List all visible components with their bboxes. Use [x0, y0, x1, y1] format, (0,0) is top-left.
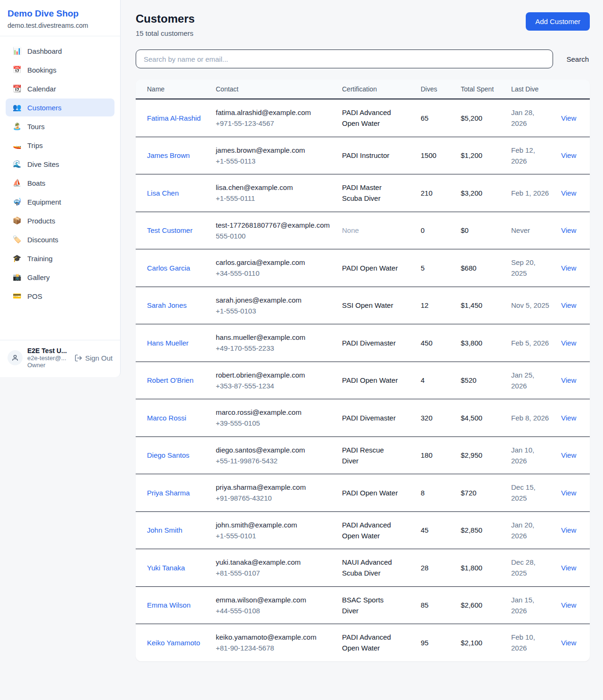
sidebar-item-customers[interactable]: 👥 Customers [6, 99, 114, 116]
customer-name-link[interactable]: Fatima Al-Rashid [147, 114, 201, 122]
view-link[interactable]: View [561, 489, 576, 497]
sign-out-label: Sign Out [85, 354, 113, 362]
customer-certification: BSAC Sports Diver [342, 596, 383, 615]
customer-name-link[interactable]: Lisa Chen [147, 189, 179, 197]
customer-name-link[interactable]: Hans Mueller [147, 339, 188, 347]
view-link[interactable]: View [561, 451, 576, 459]
page-title: Customers [136, 12, 195, 25]
customer-row: Robert O'Brien robert.obrien@example.com… [136, 362, 590, 399]
customer-name-link[interactable]: Yuki Tanaka [147, 564, 185, 572]
wave-icon: 🌊 [12, 160, 22, 168]
customer-phone: +1-555-0101 [216, 530, 331, 541]
sidebar-item-calendar[interactable]: 📆 Calendar [6, 80, 114, 98]
sidebar-item-products[interactable]: 📦 Products [6, 212, 114, 230]
tag-icon: 🏷️ [12, 235, 22, 244]
customers-table-card: Name Contact Certification Dives Total S… [136, 80, 590, 661]
person-icon [11, 354, 19, 362]
sidebar-item-trips[interactable]: 🚤 Trips [6, 136, 114, 154]
sidebar-item-pos[interactable]: 💳 POS [6, 287, 114, 305]
customer-last-dive: Dec 15, 2025 [511, 483, 536, 502]
customer-last-dive: Jan 20, 2026 [511, 521, 534, 540]
customer-row: James Brown james.brown@example.com +1-5… [136, 137, 590, 174]
customer-name-link[interactable]: Keiko Yamamoto [147, 639, 200, 647]
brand-block: Demo Dive Shop demo.test.divestreams.com [0, 0, 120, 36]
customer-dives: 85 [421, 601, 429, 609]
customer-email: fatima.alrashid@example.com [216, 107, 331, 118]
view-link[interactable]: View [561, 376, 576, 384]
customer-email: yuki.tanaka@example.com [216, 557, 331, 568]
customer-certification: SSI Open Water [342, 301, 393, 309]
customer-row: Emma Wilson emma.wilson@example.com +44-… [136, 586, 590, 624]
sidebar-item-dive-sites[interactable]: 🌊 Dive Sites [6, 155, 114, 173]
customer-dives: 180 [421, 451, 432, 459]
view-link[interactable]: View [561, 414, 576, 422]
search-input[interactable] [136, 49, 553, 68]
sidebar-item-equipment[interactable]: 🤿 Equipment [6, 193, 114, 211]
sign-out-button[interactable]: Sign Out [74, 354, 113, 362]
customer-certification: PADI Advanced Open Water [342, 108, 391, 127]
view-link[interactable]: View [561, 601, 576, 609]
customer-dives: 1500 [421, 151, 436, 159]
customer-dives: 28 [421, 564, 429, 572]
customer-name-link[interactable]: Test Customer [147, 226, 193, 234]
customer-certification: PADI Open Water [342, 376, 398, 384]
customer-dives: 5 [421, 264, 424, 272]
sidebar: Demo Dive Shop demo.test.divestreams.com… [0, 0, 121, 377]
sidebar-item-bookings[interactable]: 📅 Bookings [6, 61, 114, 79]
customer-certification: PADI Open Water [342, 489, 398, 497]
view-link[interactable]: View [561, 151, 576, 159]
customers-table: Name Contact Certification Dives Total S… [136, 80, 590, 661]
user-name: E2E Test U... [27, 347, 70, 354]
sidebar-item-training[interactable]: 🎓 Training [6, 249, 114, 267]
customer-row: Marco Rossi marco.rossi@example.com +39-… [136, 399, 590, 437]
shop-domain: demo.test.divestreams.com [8, 22, 113, 29]
view-link[interactable]: View [561, 639, 576, 647]
customer-name-link[interactable]: Emma Wilson [147, 601, 191, 609]
customer-certification: None [342, 226, 359, 234]
view-link[interactable]: View [561, 564, 576, 572]
customer-dives: 12 [421, 301, 429, 309]
credit-card-icon: 💳 [12, 292, 22, 300]
customer-email: lisa.chen@example.com [216, 182, 331, 193]
customer-name-link[interactable]: Robert O'Brien [147, 376, 194, 384]
customer-total-spent: $3,200 [461, 189, 482, 197]
search-row: Search [136, 49, 590, 68]
customer-phone: +39-555-0105 [216, 418, 331, 428]
customer-name-link[interactable]: Carlos Garcia [147, 264, 190, 272]
customer-row: Lisa Chen lisa.chen@example.com +1-555-0… [136, 174, 590, 212]
sidebar-item-discounts[interactable]: 🏷️ Discounts [6, 231, 114, 248]
customer-name-link[interactable]: Priya Sharma [147, 489, 190, 497]
sidebar-item-tours[interactable]: 🏝️ Tours [6, 117, 114, 135]
customer-name-link[interactable]: John Smith [147, 526, 182, 534]
customer-name-link[interactable]: Sarah Jones [147, 301, 187, 309]
customer-phone: +91-98765-43210 [216, 493, 331, 503]
view-link[interactable]: View [561, 189, 576, 197]
customer-email: priya.sharma@example.com [216, 482, 331, 493]
customer-last-dive: Jan 25, 2026 [511, 371, 534, 390]
search-button[interactable]: Search [565, 52, 590, 66]
sidebar-item-boats[interactable]: ⛵ Boats [6, 174, 114, 192]
view-link[interactable]: View [561, 339, 576, 347]
user-email: e2e-tester@... [27, 354, 70, 362]
view-link[interactable]: View [561, 114, 576, 122]
customer-last-dive: Jan 15, 2026 [511, 596, 534, 615]
sidebar-item-dashboard[interactable]: 📊 Dashboard [6, 42, 114, 60]
add-customer-button[interactable]: Add Customer [526, 12, 590, 31]
speedboat-icon: 🚤 [12, 141, 22, 149]
customer-dives: 320 [421, 414, 432, 422]
sidebar-item-label: POS [27, 292, 42, 300]
customer-name-link[interactable]: Marco Rossi [147, 414, 186, 422]
customer-last-dive: Sep 20, 2025 [511, 258, 536, 277]
customer-total-spent: $4,500 [461, 414, 482, 422]
customer-name-link[interactable]: James Brown [147, 151, 190, 159]
view-link[interactable]: View [561, 264, 576, 272]
view-link[interactable]: View [561, 526, 576, 534]
sailboat-icon: ⛵ [12, 179, 22, 187]
view-link[interactable]: View [561, 301, 576, 309]
island-icon: 🏝️ [12, 122, 22, 131]
view-link[interactable]: View [561, 226, 576, 234]
calendar-icon: 📆 [12, 84, 22, 93]
customer-total-spent: $520 [461, 376, 476, 384]
customer-name-link[interactable]: Diego Santos [147, 451, 189, 459]
sidebar-item-gallery[interactable]: 📸 Gallery [6, 268, 114, 286]
